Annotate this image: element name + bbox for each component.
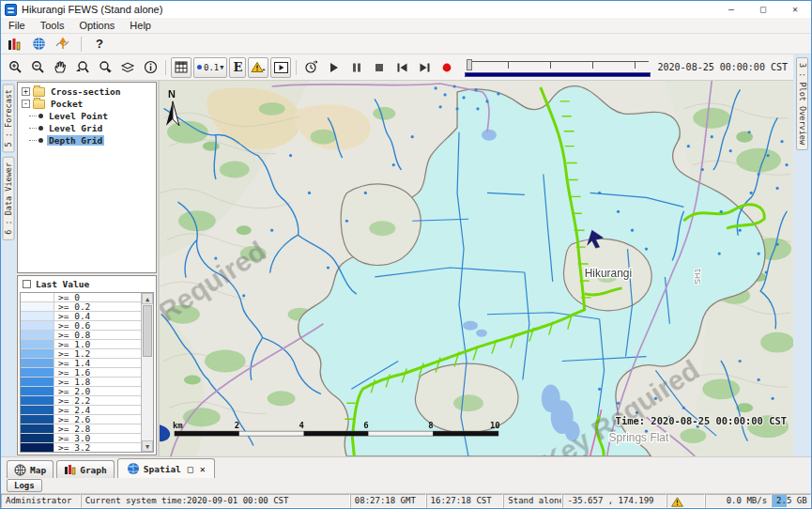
close-button[interactable]: ✕ [779,1,811,18]
record-button[interactable] [437,57,457,78]
legend-value: >= 2.6 [54,415,90,424]
last-value-checkbox-row[interactable]: Last Value [18,276,156,290]
tree-item-label: Level Grid [47,123,104,133]
zoom-in-button[interactable] [5,57,25,78]
legend-swatch [21,359,54,367]
menu-item[interactable]: Tools [33,18,72,34]
logs-button[interactable]: Logs [7,479,42,492]
globe-map-button[interactable] [29,36,48,53]
app-window: Hikurangi FEWS (Stand alone) — □ ✕ FileT… [0,0,812,509]
left-tab-strip: 5 : Forecast 6 : Data Viewer [1,81,16,456]
legend-table: >= 0 >= 0.2 [20,292,154,453]
timeseries-button[interactable] [54,36,72,53]
tree-item-depth-grid[interactable]: Depth Grid [18,134,156,147]
title-bar: Hikurangi FEWS (Stand alone) — □ ✕ [1,1,811,18]
legend-value: >= 2.2 [54,396,90,405]
svg-text:10: 10 [490,421,500,430]
tree-item-level-grid[interactable]: Level Grid [18,122,156,134]
expander-icon[interactable]: + [22,87,30,96]
minimize-button[interactable]: — [715,1,747,18]
legend-toggle-label: E [234,60,243,74]
blue-globe-icon [127,462,140,475]
legend-value: >= 0.4 [54,312,90,320]
legend-swatch [21,331,54,339]
status-system-time: Current system time:2020-09-01 00:00 CST [81,494,350,508]
timeline-track [467,61,648,69]
bullet-icon [38,138,43,143]
tab-forecast[interactable]: 5 : Forecast [3,84,15,152]
legend-scrollbar[interactable]: ▲ ▼ [141,293,153,452]
tree-line [29,116,37,116]
map-time-label: Time: 2020-08-25 00:00:00 CST [616,415,787,426]
warning-filter-button[interactable] [248,57,268,78]
zoom-previous-button[interactable] [72,57,93,78]
expander-icon[interactable]: - [22,100,30,108]
folder-icon [33,87,45,97]
toolbar-separator [296,60,297,75]
pause-button[interactable] [346,57,367,78]
legend-value: >= 1.4 [54,359,90,367]
scrollbar-track[interactable] [142,304,153,440]
tree-item-level-point[interactable]: Level Point [18,110,156,122]
time-settings-button[interactable] [301,57,322,78]
legend-swatch [21,443,54,452]
scroll-up-icon[interactable]: ▲ [142,293,153,304]
locality-label: Springs Flat [609,431,669,444]
maximize-button[interactable]: □ [747,1,779,18]
legend-value: >= 2.4 [54,406,90,414]
legend-value: >= 3.0 [54,434,90,442]
tab-spatial[interactable]: Spatial □ ✕ [117,458,215,478]
menu-item[interactable]: Options [71,18,122,34]
tab-spatial-label: Spatial [144,464,181,474]
tab-graph[interactable]: Graph [56,460,115,478]
last-value-checkbox[interactable] [23,280,31,288]
tab-close-icon[interactable]: ✕ [200,464,206,474]
timeline-slider[interactable] [465,57,650,78]
map-canvas[interactable]: API Key Required API Key Required Hikura… [160,81,793,456]
legend-value: >= 0.6 [54,321,90,330]
step-backward-button[interactable] [391,57,412,78]
legend-value: >= 0 [54,293,80,301]
tab-data-viewer[interactable]: 6 : Data Viewer [3,157,15,240]
play-button[interactable] [324,57,345,78]
help-button[interactable]: ? [90,37,109,51]
legend-toggle-button[interactable]: E [229,57,246,78]
tab-map[interactable]: Map [7,460,54,478]
status-bar: Administrator Current system time:2020-0… [1,493,811,508]
tree-item-pocket[interactable]: - Pocket [18,98,156,110]
info-button[interactable] [140,57,161,78]
svg-text:8: 8 [428,421,433,430]
grid-display-button[interactable] [171,57,192,78]
legend-value: >= 0.8 [54,331,90,339]
svg-text:4: 4 [299,421,304,430]
step-forward-button[interactable] [414,57,435,78]
stop-button[interactable] [369,57,390,78]
scrollbar-thumb[interactable] [143,305,152,357]
legend-swatch [21,302,54,311]
pan-hand-button[interactable] [50,57,70,78]
legend-swatch [21,321,54,330]
menu-item[interactable]: Help [122,18,159,34]
tree-item-cross-section[interactable]: + Cross-section [18,85,156,98]
menu-item[interactable]: File [1,18,33,34]
current-datetime-label: 2020-08-25 00:00:00 CST [658,62,789,72]
layer-tree: + Cross-section - Pocket Level P [17,82,157,273]
log-chart-button[interactable] [5,36,23,53]
zoom-out-button[interactable] [27,57,48,78]
app-logo-icon [5,4,17,16]
scroll-down-icon[interactable]: ▼ [142,440,153,452]
tab-maximize-icon[interactable]: □ [188,464,193,474]
map-view[interactable]: API Key Required API Key Required Hikura… [160,81,793,456]
status-warning-cell[interactable] [666,494,705,508]
zoom-next-button[interactable] [95,57,115,78]
tab-plot-overview[interactable]: 3 : Plot Overview [796,57,808,150]
animation-button[interactable] [270,57,291,78]
class-break-select[interactable]: 0.1 ▼ [193,57,227,78]
tree-item-label: Depth Grid [47,135,104,146]
layers-button[interactable] [117,57,138,78]
timeline-thumb[interactable] [467,59,472,70]
legend-swatch [21,424,54,433]
legend-value: >= 1.6 [54,368,90,377]
window-title: Hikurangi FEWS (Stand alone) [22,4,162,15]
folder-icon [33,100,45,109]
